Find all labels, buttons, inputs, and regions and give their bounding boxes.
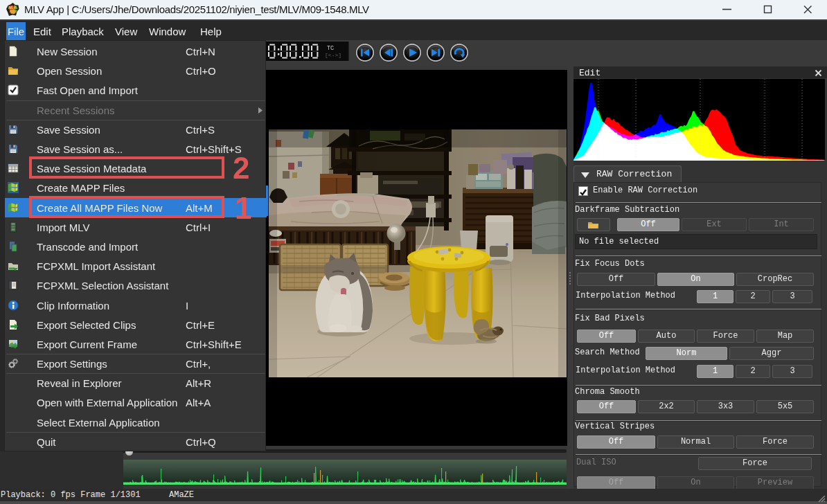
svg-text:TC: TC [327, 45, 334, 52]
svg-text:App: App [8, 9, 16, 13]
svg-text:[<->]: [<->] [325, 52, 341, 58]
